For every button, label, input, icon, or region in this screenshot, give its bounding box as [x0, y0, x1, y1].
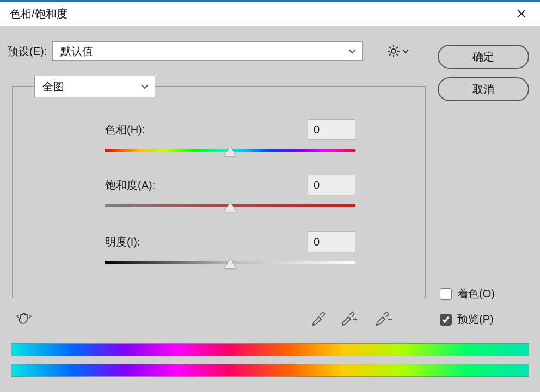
color-range-value: 全图 — [42, 79, 64, 94]
cancel-button[interactable]: 取消 — [438, 77, 529, 101]
saturation-label: 饱和度(A): — [105, 178, 155, 193]
hue-slider-block: 色相(H): 0 — [105, 119, 355, 153]
color-range-dropdown[interactable]: 全图 — [34, 76, 155, 97]
gear-icon — [386, 44, 401, 58]
minus-icon: − — [387, 315, 392, 334]
output-spectrum[interactable] — [11, 364, 529, 377]
spectrum-bars — [11, 343, 529, 377]
chevron-down-icon — [140, 82, 149, 91]
preview-option[interactable]: 预览(P) — [440, 312, 495, 327]
hue-slider-thumb[interactable] — [224, 146, 236, 156]
plus-icon: + — [353, 315, 358, 334]
close-button[interactable] — [511, 3, 532, 24]
eyedropper-button[interactable] — [310, 309, 327, 328]
lightness-label: 明度(I): — [105, 235, 140, 249]
dialog-buttons: 确定 取消 — [438, 45, 529, 101]
hue-label: 色相(H): — [105, 122, 145, 137]
check-icon — [442, 316, 450, 323]
eyedropper-add-button[interactable]: + — [340, 309, 361, 328]
saturation-value-input[interactable]: 0 — [308, 175, 355, 195]
scrubby-hand-button[interactable] — [15, 309, 33, 329]
input-spectrum[interactable] — [11, 343, 529, 356]
preview-checkbox[interactable] — [440, 314, 452, 326]
lightness-slider[interactable] — [105, 260, 355, 265]
preview-label: 预览(P) — [457, 312, 494, 327]
window-title: 色相/饱和度 — [10, 7, 68, 21]
hand-scrubby-icon — [15, 309, 33, 327]
saturation-slider-thumb[interactable] — [224, 202, 236, 212]
hue-slider[interactable] — [105, 148, 355, 153]
colorize-checkbox[interactable] — [440, 288, 452, 300]
preset-label: 预设(E): — [8, 44, 47, 59]
options-checkboxes: 着色(O) 预览(P) — [440, 286, 495, 327]
eyedropper-subtract-button[interactable]: − — [374, 309, 395, 328]
preset-dropdown[interactable]: 默认值 — [52, 41, 363, 61]
preset-options-button[interactable] — [386, 44, 409, 58]
titlebar: 色相/饱和度 — [0, 0, 540, 26]
lightness-slider-thumb[interactable] — [224, 259, 236, 268]
colorize-option[interactable]: 着色(O) — [440, 286, 495, 301]
saturation-slider-block: 饱和度(A): 0 — [105, 175, 355, 209]
lightness-slider-block: 明度(I): 0 — [105, 231, 355, 265]
close-icon — [517, 9, 526, 19]
saturation-slider[interactable] — [105, 203, 355, 209]
adjustment-panel: 全图 色相(H): 0 饱和度(A): 0 明度(I): 0 — [12, 86, 426, 298]
chevron-down-icon — [402, 47, 409, 55]
colorize-label: 着色(O) — [457, 286, 495, 301]
eyedropper-icon — [310, 309, 327, 326]
chevron-down-icon — [348, 47, 357, 56]
hue-value-input[interactable]: 0 — [308, 119, 355, 140]
lightness-value-input[interactable]: 0 — [308, 231, 355, 252]
svg-point-0 — [391, 49, 396, 53]
preset-value: 默认值 — [60, 44, 93, 59]
eyedropper-tools: + − — [310, 309, 396, 328]
ok-button[interactable]: 确定 — [438, 45, 529, 69]
